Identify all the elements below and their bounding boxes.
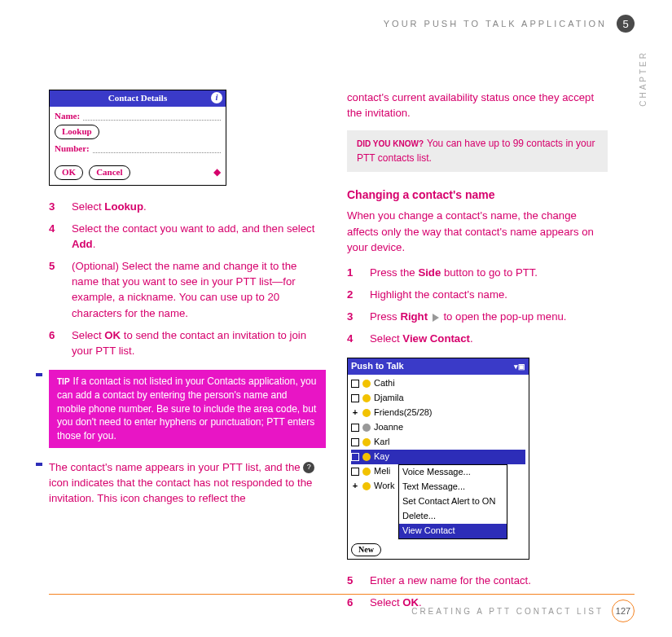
ptt-item[interactable]: Meli xyxy=(351,464,398,479)
ok-button[interactable]: OK xyxy=(55,165,83,180)
page-footer: CREATING A PTT CONTACT LIST 127 xyxy=(49,594,635,622)
popup-item[interactable]: Text Message... xyxy=(399,480,507,494)
number-label: Number: xyxy=(55,143,90,156)
popup-item-selected[interactable]: View Contact xyxy=(399,524,507,538)
dropdown-icon[interactable]: ▾▣ xyxy=(514,362,525,372)
popup-item[interactable]: Voice Message... xyxy=(399,465,507,480)
list-item: 3 Select Lookup. xyxy=(49,199,326,214)
ptt-contact-list: Cathi Djamila +Friends(25/28) Joanne Kar… xyxy=(348,375,529,540)
ptt-popup-menu: Voice Message... Text Message... Set Con… xyxy=(398,464,507,539)
right-intro-paragraph: contact's current availability status on… xyxy=(347,90,608,121)
right-column: contact's current availability status on… xyxy=(347,90,608,622)
list-item: 4 Select View Contact. xyxy=(347,331,608,346)
subhead-paragraph: When you change a contact's name, the ch… xyxy=(347,208,608,254)
cancel-button[interactable]: Cancel xyxy=(89,165,130,180)
ptt-title-text: Push to Talk xyxy=(351,360,404,373)
tip-label: TIP xyxy=(57,377,70,386)
list-item: 6 Select OK to send the contact an invit… xyxy=(49,327,326,358)
list-item: 4 Select the contact you want to add, an… xyxy=(49,221,326,252)
left-column: Contact Details i Name: Lookup Number: xyxy=(49,90,326,622)
pending-contact-icon xyxy=(303,462,314,473)
right-steps-a: 1 Press the Side button to go to PTT. 2 … xyxy=(347,265,608,347)
ptt-item[interactable]: Djamila xyxy=(351,391,525,406)
info-icon[interactable]: i xyxy=(211,92,222,103)
ptt-item[interactable]: +Friends(25/28) xyxy=(351,406,525,420)
name-field[interactable] xyxy=(83,112,221,121)
page-header: YOUR PUSH TO TALK APPLICATION 5 xyxy=(49,15,635,33)
list-item: 5 (Optional) Select the name and change … xyxy=(49,258,326,321)
scroll-indicator-icon: ◆ xyxy=(213,165,221,179)
did-you-know-callout: DID YOU KNOW?You can have up to 99 conta… xyxy=(347,130,608,172)
did-you-know-label: DID YOU KNOW? xyxy=(357,139,424,148)
chapter-number-badge: 5 xyxy=(617,15,635,33)
ptt-item[interactable]: Cathi xyxy=(351,376,525,391)
tip-callout: TIPIf a contact is not listed in your Co… xyxy=(49,370,326,448)
right-arrow-icon xyxy=(433,314,439,322)
ptt-item[interactable]: Joanne xyxy=(351,420,525,435)
left-steps-list: 3 Select Lookup. 4 Select the contact yo… xyxy=(49,199,326,358)
name-label: Name: xyxy=(55,110,80,123)
popup-item[interactable]: Delete... xyxy=(399,509,507,524)
contact-details-dialog: Contact Details i Name: Lookup Number: xyxy=(49,90,226,186)
dialog-title: Contact Details xyxy=(108,92,167,105)
subheading: Changing a contact's name xyxy=(347,187,608,203)
footer-title: CREATING A PTT CONTACT LIST xyxy=(411,607,604,616)
tip-text: If a contact is not listed in your Conta… xyxy=(57,376,316,442)
page-number: 127 xyxy=(612,600,635,622)
dialog-title-bar: Contact Details i xyxy=(50,90,226,107)
left-paragraph: The contact's name appears in your PTT l… xyxy=(49,459,326,506)
popup-item[interactable]: Set Contact Alert to ON xyxy=(399,494,507,509)
ptt-item[interactable]: +Work xyxy=(351,479,398,494)
list-item: 5 Enter a new name for the contact. xyxy=(347,573,608,588)
new-button[interactable]: New xyxy=(351,543,381,557)
list-item: 3 Press Right to open the pop-up menu. xyxy=(347,309,608,324)
ptt-screen: Push to Talk ▾▣ Cathi Djamila +Friends(2… xyxy=(347,358,529,560)
ptt-title-bar: Push to Talk ▾▣ xyxy=(348,358,529,375)
ptt-item-selected[interactable]: Kay xyxy=(351,450,525,464)
number-field[interactable] xyxy=(93,144,221,153)
list-item: 2 Highlight the contact's name. xyxy=(347,287,608,302)
ptt-item[interactable]: Karl xyxy=(351,435,525,450)
chapter-vertical-label: CHAPTER xyxy=(639,51,648,107)
lookup-button[interactable]: Lookup xyxy=(55,125,99,139)
list-item: 1 Press the Side button to go to PTT. xyxy=(347,265,608,280)
header-section-title: YOUR PUSH TO TALK APPLICATION xyxy=(384,19,607,29)
